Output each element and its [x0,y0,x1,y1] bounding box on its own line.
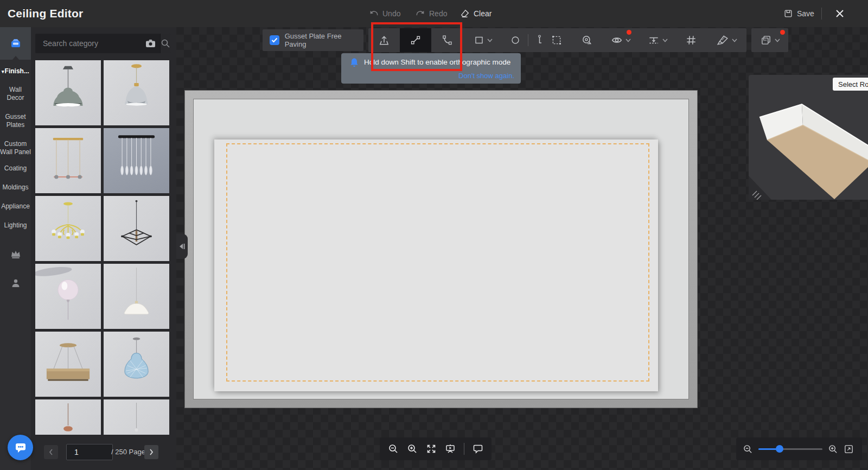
ceiling-plan-field[interactable] [193,99,689,399]
sidebar-item-custom-wall-panel[interactable]: Custom Wall Panel [0,140,31,156]
camera-icon [145,39,156,48]
person-icon [10,278,21,289]
product-thumbnail[interactable] [35,264,101,329]
zoom-out-icon [388,443,399,454]
save-button[interactable]: Save [783,0,814,27]
elevation-tool[interactable] [639,28,676,52]
tutorial-button[interactable] [445,443,456,454]
close-icon [835,9,845,18]
account-button[interactable] [0,278,31,289]
multi-drop-cluster-pendant-image [104,128,169,193]
room-3d-preview[interactable]: Select Room [749,75,868,200]
search-input[interactable] [35,34,141,53]
header-bar: Ceiling Editor Undo Redo Clear Save [0,0,868,27]
clear-button[interactable]: Clear [460,0,492,27]
product-thumbnail[interactable] [104,128,169,193]
product-thumbnail[interactable] [35,60,101,125]
upload-ceiling-tool[interactable] [368,28,400,52]
visibility-tool[interactable] [602,28,639,52]
collapse-panel-handle[interactable] [176,234,188,259]
feedback-button[interactable] [473,443,483,454]
product-thumbnail[interactable] [104,332,169,397]
material-brush-tool[interactable] [706,28,746,52]
fit-view-button[interactable] [844,444,854,454]
support-chat-button[interactable] [8,435,33,460]
save-icon [783,9,793,18]
fullscreen-arrows-icon [426,443,437,454]
sidebar-item-lighting[interactable]: Lighting [0,221,31,230]
product-thumbnail[interactable] [104,60,169,125]
product-thumbnail[interactable] [104,264,169,329]
pink-balloon-lamp-image [35,264,101,329]
zoom-in-icon [407,443,418,454]
product-thumbnail[interactable] [35,128,101,193]
undo-button[interactable]: Undo [369,0,400,27]
zoom-slider-track[interactable] [758,448,822,450]
previous-page-button[interactable] [44,445,58,459]
fit-square-icon [844,444,854,454]
zoom-out-button[interactable] [743,444,753,454]
canvas-view-controls [380,437,492,460]
line-tool-icon [410,34,422,46]
product-thumbnail[interactable] [104,399,169,435]
linear-three-drop-pendant-image [35,128,101,193]
redo-label: Redo [429,9,447,18]
product-thumbnail[interactable] [104,196,169,261]
product-thumbnail[interactable] [35,399,101,435]
redo-icon [416,9,425,18]
tooltip-message: Hold down Shift to enable orthographic m… [364,58,510,66]
chevron-down-icon [732,39,737,42]
measure-tool[interactable] [572,28,602,52]
marquee-select-tool[interactable] [541,28,572,52]
line-tool[interactable] [400,28,431,52]
product-thumbnail[interactable] [35,196,101,261]
sidebar-item-wall-decor[interactable]: Wall Decor [0,86,31,102]
eye-icon [611,34,623,46]
zoom-in-button[interactable] [407,443,418,454]
zoom-out-button[interactable] [388,443,399,454]
redo-button[interactable]: Redo [416,0,447,27]
sidebar-item-appliance[interactable]: Appliance [0,202,31,211]
image-search-button[interactable] [141,39,160,48]
chevron-left-icon [49,449,53,455]
zoom-slider-handle[interactable] [776,445,783,453]
rail-tab-furniture[interactable] [0,27,31,60]
page-number-input[interactable] [66,444,113,460]
grid-tool[interactable] [676,28,706,52]
sidebar-item-finish[interactable]: ▾Finish... [0,67,31,76]
save-label: Save [797,9,814,18]
vip-button[interactable] [0,249,31,259]
ceiling-plan[interactable] [184,90,698,408]
next-page-button[interactable] [144,445,158,459]
copper-pendant-image [35,399,101,435]
rectangle-tool[interactable] [463,28,503,52]
sidebar-item-gusset-plates[interactable]: Gusset Plates [0,113,31,129]
search-bar [35,34,169,53]
shift-hint-tooltip: Hold down Shift to enable orthographic m… [341,53,521,84]
dont-show-again-link[interactable]: Don't show again. [458,72,514,80]
gray-dome-pendant-image [35,60,101,125]
sidebar-item-moldings[interactable]: Moldings [0,183,31,192]
search-button[interactable] [160,34,170,53]
chevron-right-icon [149,449,154,455]
zoom-in-button[interactable] [828,444,838,454]
select-room-button[interactable]: Select Room [833,78,868,91]
paving-option-group: Gusset Plate Free Paving [263,29,363,51]
circle-tool[interactable] [503,28,528,52]
gusset-paving-checkbox[interactable] [270,35,279,45]
arc-tool[interactable] [431,28,463,52]
white-flared-pendant-image [104,264,169,329]
chevron-down-icon [775,39,780,42]
product-thumbnail[interactable] [35,332,101,397]
category-rail: ▾Finish... Wall Decor Gusset Plates Cust… [0,27,31,470]
close-button[interactable] [830,0,850,27]
fit-screen-button[interactable] [426,443,437,454]
copy-template-icon [760,34,772,46]
sidebar-item-coating[interactable]: Coating [0,164,31,173]
comment-bubble-icon [473,443,483,454]
notification-badge [780,30,785,35]
ceiling-surface[interactable] [214,139,658,391]
wooden-box-pendant-image [35,332,101,397]
paint-brush-icon [716,34,729,46]
apply-template-tool[interactable] [751,28,788,52]
